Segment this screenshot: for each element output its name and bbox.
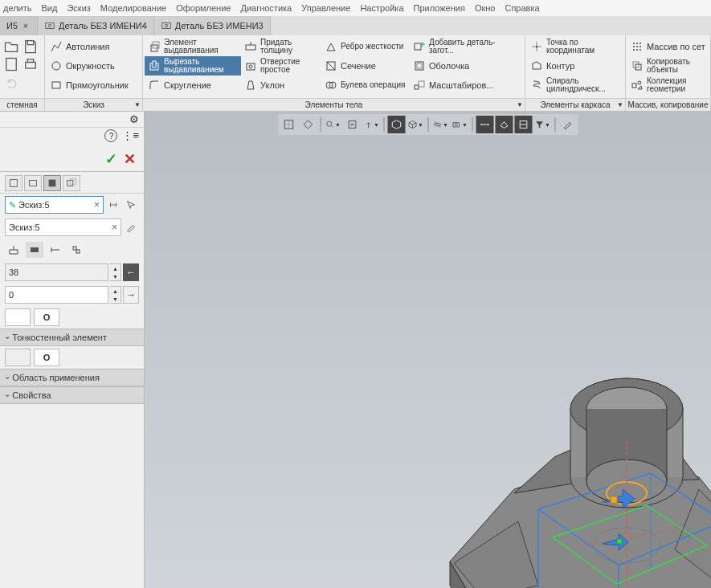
contour-button[interactable]: Контур <box>527 56 623 76</box>
model-view <box>378 361 711 588</box>
vp-orient-icon[interactable] <box>299 116 317 133</box>
add-body-button[interactable]: Добавить деталь-загот... <box>410 37 506 56</box>
menu-item[interactable]: Эскиз <box>67 3 90 13</box>
circle-icon <box>50 59 63 72</box>
menu-item[interactable]: Окно <box>475 3 496 13</box>
distance-field[interactable]: 38 <box>5 263 108 281</box>
tab[interactable]: И5 × <box>0 16 38 35</box>
draft-button[interactable]: Уклон <box>241 76 321 95</box>
direction-left-button[interactable]: ← <box>123 263 139 281</box>
spinner[interactable]: ▲▼ <box>110 263 121 281</box>
sketch-field[interactable]: ✎ Эскиз:5 × <box>5 196 104 214</box>
open-icon[interactable] <box>3 39 19 55</box>
save-icon[interactable] <box>22 39 39 55</box>
menu-item[interactable]: Настройка <box>360 3 403 13</box>
collection-button[interactable]: Коллекция геометрии <box>627 76 709 95</box>
toggle-option[interactable] <box>5 308 31 326</box>
scale-button[interactable]: Масштабиров... <box>410 76 506 95</box>
vp-wireframe-icon[interactable]: ▼ <box>407 116 424 133</box>
toggle-option[interactable]: O <box>34 308 59 326</box>
shell-button[interactable]: Оболочка <box>410 56 506 76</box>
vp-measure-icon[interactable] <box>476 116 493 133</box>
vp-edit-icon[interactable] <box>558 116 576 133</box>
vp-axis-icon[interactable]: ▼ <box>362 116 380 133</box>
section-scope[interactable]: Область применения <box>0 369 144 386</box>
boolean-button[interactable]: Булева операция <box>321 76 410 95</box>
vp-filter-icon[interactable]: ▼ <box>533 116 551 133</box>
vp-fit-icon[interactable] <box>343 116 361 133</box>
menu-item[interactable]: Диагностика <box>240 3 292 13</box>
edit-icon[interactable] <box>123 218 139 236</box>
rectangle-button[interactable]: Прямоугольник <box>47 76 141 95</box>
vp-section-icon[interactable] <box>514 116 532 133</box>
print-icon[interactable] <box>22 56 39 72</box>
vp-shade-icon[interactable] <box>387 116 405 133</box>
vp-zoom-icon[interactable]: ▼ <box>324 116 341 133</box>
angle-field[interactable]: 0 <box>5 286 108 304</box>
clear-icon[interactable]: × <box>112 222 117 233</box>
menu-item[interactable]: Справка <box>505 3 539 13</box>
vp-hide-icon[interactable]: ▼ <box>431 116 449 133</box>
toggle-option[interactable] <box>5 349 31 366</box>
select-icon[interactable] <box>123 196 139 214</box>
menu-item[interactable]: Вид <box>42 3 58 13</box>
point-button[interactable]: Точка по координатам <box>527 37 623 56</box>
tab[interactable]: Деталь БЕЗ ИМЕНИ4 <box>38 16 154 35</box>
menu-item[interactable]: Оформление <box>176 3 231 13</box>
svg-point-37 <box>638 81 641 84</box>
viewport[interactable]: ▼ ▼ ▼ ▼ ▼ ▼ <box>145 112 711 588</box>
spinner[interactable]: ▲▼ <box>110 286 121 304</box>
dir-icon[interactable] <box>67 242 85 258</box>
panel-tab[interactable] <box>24 175 42 191</box>
grid-array-button[interactable]: Массив по сет <box>627 37 709 56</box>
svg-point-29 <box>636 46 638 47</box>
tab-close-icon[interactable]: × <box>21 21 31 31</box>
list-icon[interactable]: ⋮≡ <box>122 129 139 145</box>
fillet-button[interactable]: Скругление <box>145 76 241 95</box>
panel-tab[interactable] <box>63 175 80 191</box>
panel-tab[interactable] <box>43 175 61 191</box>
dir-icon[interactable] <box>26 242 43 258</box>
thickness-button[interactable]: Придать толщину <box>241 37 321 56</box>
autoline-button[interactable]: Автолиния <box>47 37 141 56</box>
link-icon[interactable] <box>105 196 121 214</box>
dir-icon[interactable] <box>47 242 64 258</box>
section-thin[interactable]: Тонкостенный элемент <box>0 329 144 346</box>
rib-button[interactable]: Ребро жесткости <box>321 37 410 56</box>
sketch-field-2[interactable]: Эскиз:5 × <box>5 218 121 236</box>
clear-icon[interactable]: × <box>94 199 100 210</box>
label: Окружность <box>66 61 115 71</box>
copy-button[interactable]: Копировать объекты <box>627 56 709 76</box>
svg-rect-46 <box>76 250 80 253</box>
confirm-button[interactable]: ✓ <box>105 150 117 168</box>
direction-right-button[interactable]: → <box>123 286 139 304</box>
gear-icon[interactable]: ⚙ <box>129 113 139 125</box>
section-button[interactable]: Сечение <box>321 56 410 76</box>
circle-button[interactable]: Окружность <box>47 56 141 76</box>
extrude-button[interactable]: Элемент выдавливания <box>145 37 241 56</box>
dir-icon[interactable] <box>5 242 22 258</box>
hole-button[interactable]: Отверстие простое <box>241 56 321 76</box>
toggle-option[interactable]: O <box>34 349 59 366</box>
new-icon[interactable] <box>3 56 19 72</box>
panel-tab[interactable] <box>5 175 22 191</box>
tab[interactable]: Деталь БЕЗ ИМЕНИ3 <box>154 16 271 35</box>
svg-point-1 <box>48 24 51 27</box>
help-icon[interactable]: ? <box>104 129 117 142</box>
menu-item[interactable]: Управление <box>301 3 350 13</box>
vp-camera-icon[interactable]: ▼ <box>451 116 468 133</box>
vp-grid-icon[interactable] <box>280 116 297 133</box>
vp-plane-icon[interactable] <box>495 116 513 133</box>
menu-item[interactable]: Моделирование <box>100 3 166 13</box>
svg-rect-61 <box>611 496 617 503</box>
svg-rect-2 <box>162 23 171 29</box>
undo-icon[interactable] <box>3 74 19 90</box>
point-icon <box>530 40 543 53</box>
cancel-button[interactable]: ✕ <box>124 150 136 168</box>
menu-item[interactable]: Приложения <box>414 3 465 13</box>
cut-extrude-button[interactable]: Вырезать выдавливанием <box>145 56 241 76</box>
svg-rect-8 <box>52 82 60 88</box>
section-props[interactable]: Свойства <box>0 386 144 404</box>
spiral-button[interactable]: Спираль цилиндрическ... <box>527 76 623 95</box>
menu-item[interactable]: делить <box>3 3 32 13</box>
